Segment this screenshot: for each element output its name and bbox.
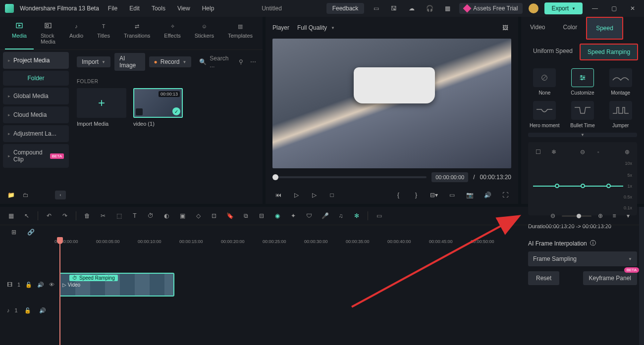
ai-image-button[interactable]: AI Image [114, 53, 145, 71]
save-icon[interactable]: 🖫 [388, 2, 400, 14]
sidebar-global-media[interactable]: ▸Global Media [3, 88, 69, 104]
timeline-ruler[interactable]: 00:00:00:00 00:00:05:00 00:00:10:00 00:0… [54, 239, 639, 252]
volume-icon[interactable]: 🔊 [482, 189, 493, 201]
menu-help[interactable]: Help [199, 3, 217, 14]
speed-keyframe[interactable] [606, 184, 611, 188]
prev-frame-icon[interactable]: ⏮ [272, 189, 284, 201]
tl-render-icon[interactable]: ▭ [374, 211, 384, 221]
subtab-uniform-speed[interactable]: Uniform Speed [526, 44, 580, 60]
display-icon[interactable]: ▭ [446, 189, 458, 201]
tl-group-icon[interactable]: ⧉ [241, 211, 251, 221]
timeline-scrollbar[interactable] [639, 207, 644, 345]
user-avatar[interactable] [529, 3, 538, 13]
mark-out-icon[interactable]: } [410, 189, 422, 201]
subtab-speed-ramping[interactable]: Speed Ramping [580, 44, 638, 60]
zoom-handle[interactable] [577, 214, 581, 218]
import-media-tile[interactable]: + [77, 88, 126, 118]
minimize-button[interactable]: — [589, 2, 601, 15]
tl-color-icon[interactable]: ◐ [161, 211, 171, 221]
stop-icon[interactable]: □ [326, 189, 338, 201]
tab-speed[interactable]: Speed [586, 17, 623, 40]
tl-cursor-icon[interactable]: ↖ [22, 211, 32, 221]
preset-hero-moment[interactable]: Hero moment [528, 101, 561, 129]
tab-stock-media[interactable]: Stock Media [34, 19, 62, 49]
tl-mask-icon[interactable]: ▣ [177, 211, 187, 221]
video-thumbnail[interactable]: 00:00:13 ✓ [133, 88, 183, 118]
track-lock-icon[interactable]: 🔓 [23, 305, 33, 315]
tab-titles[interactable]: TTitles [90, 19, 117, 49]
tl-fit-icon[interactable]: ⊡ [209, 211, 219, 221]
more-icon[interactable]: ⋯ [249, 57, 258, 67]
screen-icon[interactable]: ▭ [370, 2, 382, 14]
track-mute-icon[interactable]: 🔊 [37, 280, 44, 290]
speed-curve-editor[interactable]: 10x 5x 1x 0.5x 0.1x [533, 162, 632, 210]
tl-split-icon[interactable]: ✂ [98, 211, 108, 221]
tl-redo-icon[interactable]: ↷ [60, 211, 70, 221]
track-link-icon[interactable]: 🔗 [26, 227, 36, 237]
collapse-sidebar-button[interactable]: ‹ [55, 191, 66, 199]
record-dropdown[interactable]: ●Record▼ [149, 56, 192, 67]
feedback-button[interactable]: Feedback [326, 3, 365, 14]
sidebar-cloud-media[interactable]: ▸Cloud Media [3, 106, 69, 123]
play-icon[interactable]: ▷ [290, 189, 302, 201]
zoom-out-icon[interactable]: ⊖ [548, 211, 558, 221]
track-visible-icon[interactable]: 👁 [49, 280, 54, 290]
new-bin-icon[interactable]: 🗀 [21, 190, 31, 200]
quality-select[interactable]: Full Quality▼ [297, 24, 335, 31]
track-lock-icon[interactable]: 🔓 [25, 280, 32, 290]
ratio-icon[interactable]: ⊟▾ [428, 189, 440, 201]
camera-icon[interactable]: 📷 [464, 189, 476, 201]
menu-edit[interactable]: Edit [126, 3, 143, 14]
headphones-icon[interactable]: 🎧 [424, 2, 435, 14]
tl-keyframe-icon[interactable]: ◇ [193, 211, 203, 221]
speed-keyframe[interactable] [555, 184, 559, 188]
tab-effects[interactable]: ✧Effects [157, 19, 187, 49]
import-dropdown[interactable]: Import▼ [77, 56, 110, 67]
preset-bullet-time[interactable]: Bullet Time [566, 101, 599, 129]
tl-shield-icon[interactable]: 🛡 [304, 211, 314, 221]
track-mute-icon[interactable]: 🔊 [38, 305, 48, 315]
preview-mode-select[interactable]: Player [272, 24, 289, 31]
grid-icon[interactable]: ▦ [441, 2, 453, 14]
tl-crop-icon[interactable]: ⬚ [114, 211, 124, 221]
menu-file[interactable]: File [105, 3, 120, 14]
freeze-frame-icon[interactable]: ❄ [549, 147, 559, 157]
assets-free-trial-button[interactable]: Assets Free Trial [459, 3, 523, 14]
tab-stickers[interactable]: ☺Stickers [188, 19, 221, 49]
tl-text-icon[interactable]: T [130, 211, 140, 221]
tab-color[interactable]: Color [554, 17, 586, 40]
tl-music-icon[interactable]: ♫ [336, 211, 346, 221]
expand-presets-button[interactable]: ▼ [528, 133, 637, 137]
preset-customize[interactable]: Customize [566, 68, 599, 96]
keyframe-marker-icon[interactable]: ◦ [593, 147, 603, 157]
tl-speed-icon[interactable]: ⏱ [146, 211, 156, 221]
remove-keyframe-icon[interactable]: ⊖ [578, 147, 588, 157]
sidebar-adjustment-layer[interactable]: ▸Adjustment La... [3, 125, 69, 142]
tl-options-icon[interactable]: ▾ [623, 211, 633, 221]
preset-none[interactable]: None [528, 68, 561, 96]
tab-audio[interactable]: ♪Audio [62, 19, 90, 49]
preset-montage[interactable]: Montage [604, 68, 637, 96]
tl-ai-icon[interactable]: ◉ [272, 211, 282, 221]
timeline-clip[interactable]: ⏱Speed Ramping ▷ Video [59, 273, 174, 296]
menu-tools[interactable]: Tools [149, 3, 168, 14]
tab-transitions[interactable]: ⇄Transitions [117, 19, 157, 49]
graph-checkbox-icon[interactable]: ☐ [533, 147, 543, 157]
search-input[interactable]: 🔍Search ... [195, 53, 232, 71]
tab-video[interactable]: Video [521, 17, 554, 40]
zoom-slider[interactable] [562, 215, 591, 217]
sidebar-project-media[interactable]: ▸Project Media [3, 52, 69, 69]
tl-undo-icon[interactable]: ↶ [44, 211, 54, 221]
speed-keyframe[interactable] [581, 184, 585, 188]
next-frame-icon[interactable]: ▷ [308, 189, 320, 201]
tl-mic-icon[interactable]: 🎤 [320, 211, 330, 221]
folder-label[interactable]: Folder [3, 71, 69, 86]
scrubber-handle[interactable] [272, 174, 278, 180]
export-button[interactable]: Export ▼ [544, 2, 583, 14]
mark-in-icon[interactable]: { [392, 189, 404, 201]
sidebar-compound-clip[interactable]: ▸Compound ClipBETA [3, 144, 69, 168]
filter-icon[interactable]: ⚲ [236, 57, 245, 67]
zoom-in-icon[interactable]: ⊕ [595, 211, 605, 221]
menu-view[interactable]: View [174, 3, 193, 14]
preset-jumper[interactable]: Jumper [604, 101, 637, 129]
